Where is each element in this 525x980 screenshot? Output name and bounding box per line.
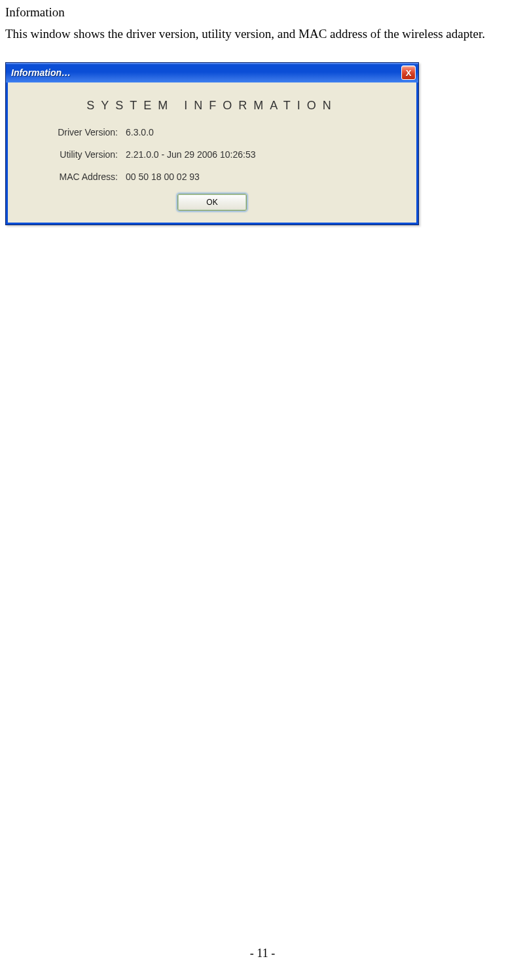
button-row: OK: [21, 194, 403, 211]
dialog-title: Information…: [11, 67, 71, 78]
dialog-body: SYSTEM INFORMATION Driver Version: 6.3.0…: [6, 82, 418, 225]
driver-version-label: Driver Version:: [21, 127, 126, 137]
info-row-utility: Utility Version: 2.21.0.0 - Jun 29 2006 …: [21, 149, 403, 160]
section-description: This window shows the driver version, ut…: [5, 25, 520, 44]
utility-version-value: 2.21.0.0 - Jun 29 2006 10:26:53: [126, 149, 403, 160]
utility-version-label: Utility Version:: [21, 149, 126, 160]
close-icon: X: [406, 68, 412, 78]
info-row-driver: Driver Version: 6.3.0.0: [21, 127, 403, 137]
close-button[interactable]: X: [401, 65, 416, 80]
dialog-titlebar[interactable]: Information… X: [6, 63, 418, 82]
mac-address-value: 00 50 18 00 02 93: [126, 172, 403, 182]
information-dialog: Information… X SYSTEM INFORMATION Driver…: [5, 62, 419, 225]
driver-version-value: 6.3.0.0: [126, 127, 403, 137]
page-number: - 11 -: [0, 947, 525, 960]
ok-button[interactable]: OK: [177, 194, 247, 211]
info-row-mac: MAC Address: 00 50 18 00 02 93: [21, 172, 403, 182]
dialog-heading: SYSTEM INFORMATION: [21, 99, 403, 113]
section-heading: Information: [5, 5, 520, 20]
mac-address-label: MAC Address:: [21, 172, 126, 182]
